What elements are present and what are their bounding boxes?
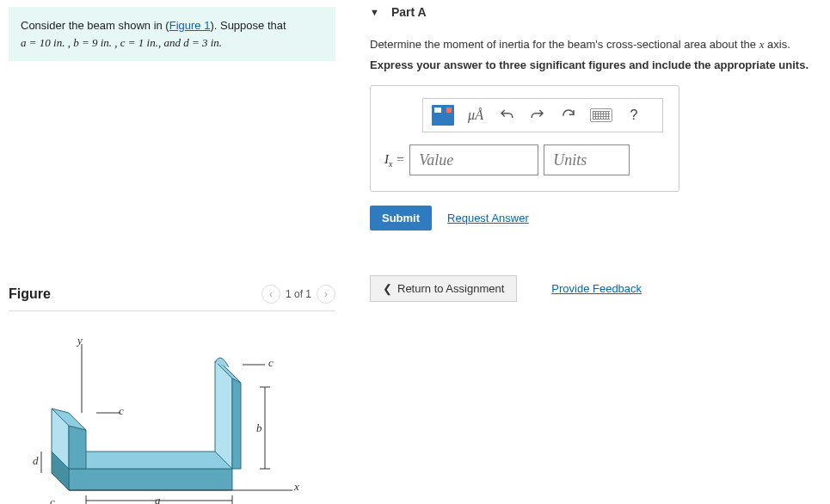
reset-icon[interactable] bbox=[559, 106, 578, 125]
answer-toolbar: μÅ ? bbox=[422, 98, 663, 132]
problem-text-pre: Consider the beam shown in ( bbox=[21, 19, 169, 32]
request-answer-link[interactable]: Request Answer bbox=[447, 212, 529, 224]
submit-button[interactable]: Submit bbox=[370, 206, 432, 230]
axis-x-label: x bbox=[294, 480, 299, 494]
problem-text-mid: ). Suppose that bbox=[210, 19, 286, 32]
answer-prefix: Ix = bbox=[384, 152, 404, 169]
pager-next-button[interactable]: › bbox=[317, 285, 335, 304]
svg-marker-5 bbox=[215, 361, 232, 469]
provide-feedback-link[interactable]: Provide Feedback bbox=[551, 282, 642, 295]
svg-marker-3 bbox=[69, 426, 86, 469]
beam-svg bbox=[17, 327, 310, 504]
instruction-bold: Express your answer to three significant… bbox=[370, 58, 817, 71]
figure-link[interactable]: Figure 1 bbox=[169, 19, 211, 32]
part-title: Part A bbox=[391, 5, 427, 19]
answer-panel: μÅ ? Ix = bbox=[370, 85, 679, 192]
problem-statement: Consider the beam shown in (Figure 1). S… bbox=[9, 7, 335, 61]
axis-y-label: y bbox=[77, 334, 83, 347]
dim-d-label: d bbox=[33, 454, 39, 468]
chevron-left-icon: ❮ bbox=[383, 282, 392, 295]
dim-a-label: a bbox=[155, 494, 161, 504]
undo-icon[interactable] bbox=[497, 106, 516, 125]
figure-pager: ‹ 1 of 1 › bbox=[261, 285, 335, 304]
dim-c-top-label: c bbox=[268, 356, 274, 370]
figure-header: Figure ‹ 1 of 1 › bbox=[9, 285, 335, 311]
figure-diagram: y x a b c c d c bbox=[17, 327, 310, 504]
pager-label: 1 of 1 bbox=[286, 288, 311, 300]
part-header[interactable]: ▼ Part A bbox=[370, 5, 817, 19]
return-button[interactable]: ❮ Return to Assignment bbox=[370, 275, 517, 302]
units-symbol-button[interactable]: μÅ bbox=[466, 106, 485, 125]
problem-equation: a = 10 in. , b = 9 in. , c = 1 in., and … bbox=[21, 36, 222, 49]
redo-icon[interactable] bbox=[528, 106, 547, 125]
dim-b-label: b bbox=[256, 421, 262, 435]
figure-title: Figure bbox=[9, 286, 51, 302]
svg-marker-0 bbox=[69, 469, 232, 490]
units-input[interactable] bbox=[544, 144, 630, 175]
dim-c-left-label: c bbox=[119, 404, 124, 418]
collapse-caret-icon[interactable]: ▼ bbox=[370, 7, 379, 17]
instruction-text: Determine the moment of inertia for the … bbox=[370, 38, 817, 52]
template-icon[interactable] bbox=[432, 105, 454, 126]
dim-c-bottom-label: c bbox=[50, 495, 55, 504]
return-label: Return to Assignment bbox=[397, 282, 504, 295]
pager-prev-button[interactable]: ‹ bbox=[261, 285, 280, 304]
value-input[interactable] bbox=[409, 144, 538, 175]
help-icon[interactable]: ? bbox=[624, 106, 643, 125]
svg-marker-6 bbox=[232, 378, 241, 469]
keyboard-icon[interactable] bbox=[590, 108, 612, 122]
